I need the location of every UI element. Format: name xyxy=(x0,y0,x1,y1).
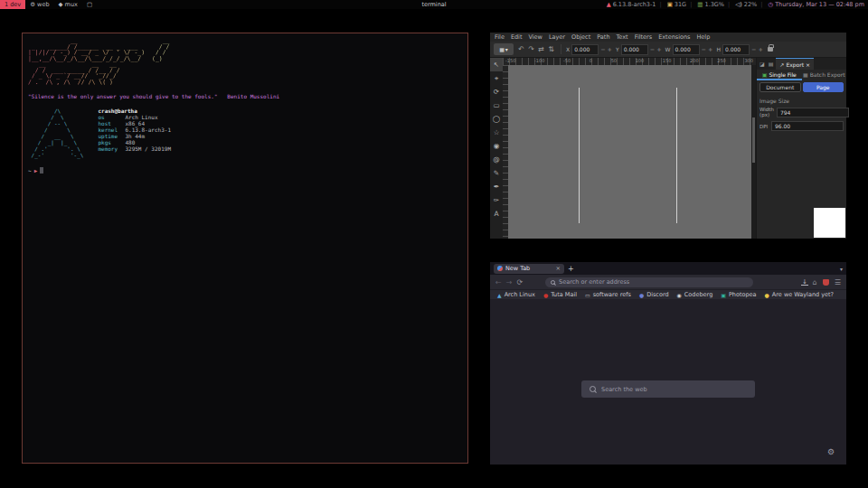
toolbox-tool[interactable]: ✑ xyxy=(490,193,503,207)
status-segment: ▣ 31G xyxy=(656,1,686,8)
gear-icon[interactable]: ⚙ xyxy=(827,447,835,456)
inkscape-toolbox: ↖⌖⟳▭◯☆◉@✎✒✑A xyxy=(490,58,503,239)
bookmark-item[interactable]: ◉ Codeberg xyxy=(677,291,713,298)
coordinate-label: H xyxy=(716,46,721,52)
toolbox-tool[interactable]: ✎ xyxy=(490,166,503,180)
selector-mode-dropdown[interactable]: ▦ ▾ xyxy=(494,43,514,55)
menu-item[interactable]: Help xyxy=(696,33,710,41)
decrement-button[interactable]: − xyxy=(751,46,756,53)
export-subtab[interactable]: ▣ Single File xyxy=(757,70,802,80)
toolbox-tool[interactable]: ✒ xyxy=(490,180,503,193)
fetch-row: os Arch Linux xyxy=(98,114,171,120)
menu-item[interactable]: File xyxy=(495,33,505,41)
export-mode-buttons: DocumentPage xyxy=(757,80,846,94)
export-dock-tab[interactable]: ↗ Export × xyxy=(776,58,814,70)
toolbox-tool[interactable]: ☆ xyxy=(490,126,503,139)
dpi-input[interactable] xyxy=(771,121,844,131)
ublock-extension-icon[interactable] xyxy=(823,279,829,286)
toolbox-tool[interactable]: ◯ xyxy=(490,112,503,126)
reload-icon[interactable]: ⟳ xyxy=(516,278,523,286)
menu-item[interactable]: View xyxy=(528,33,542,41)
increment-button[interactable]: + xyxy=(758,46,762,53)
dock-tab-icon[interactable]: ◪ xyxy=(760,61,765,67)
home-icon[interactable]: ⌂ xyxy=(813,278,817,286)
terminal-window[interactable]: __ __ _ _____/ /______ __ _ ___ / / | |/… xyxy=(22,33,468,464)
fetch-label: os xyxy=(98,114,125,120)
bookmark-item[interactable]: ● Discord xyxy=(639,291,669,298)
export-tab-title: Export xyxy=(786,61,804,68)
transform-icon[interactable]: ↷ xyxy=(526,45,536,53)
tab-favicon xyxy=(497,266,503,271)
increment-button[interactable]: + xyxy=(608,46,612,53)
decrement-button[interactable]: − xyxy=(650,46,655,53)
export-mode-button[interactable]: Document xyxy=(760,82,801,92)
menu-item[interactable]: Path xyxy=(597,33,609,41)
menu-item[interactable]: Layer xyxy=(549,33,565,41)
dock-tab-strip: ◪▤ ↗ Export × xyxy=(757,58,846,70)
back-icon[interactable]: ← xyxy=(495,278,502,286)
scrollbar-thumb[interactable] xyxy=(752,117,755,163)
coordinate-input[interactable]: 0.000 xyxy=(673,44,700,55)
transform-icon[interactable]: ⇅ xyxy=(546,45,556,53)
workspace-tag[interactable]: 1 dev xyxy=(0,0,25,9)
menu-item[interactable]: Object xyxy=(571,33,590,41)
workspace-tag[interactable]: ⚙ web xyxy=(25,0,53,9)
menu-icon[interactable]: ☰ xyxy=(835,278,841,286)
web-search-input[interactable] xyxy=(601,386,747,393)
toolbox-tool[interactable]: ↖ xyxy=(490,58,503,71)
bookmark-label: Arch Linux xyxy=(505,291,535,298)
url-bar[interactable] xyxy=(545,277,753,287)
width-input[interactable] xyxy=(777,108,849,117)
workspace-tag[interactable]: ▢ xyxy=(82,0,97,9)
fetch-value: 480 xyxy=(125,139,135,145)
toolbox-tool[interactable]: ◉ xyxy=(490,139,503,153)
toolbox-tool[interactable]: A xyxy=(490,207,503,221)
bookmark-item[interactable]: ▲ Arch Linux xyxy=(497,291,535,298)
transform-icon[interactable]: ⇄ xyxy=(536,45,546,53)
bookmarks-bar: ▲ Arch Linux ● Tuta Mail ▭ software refs… xyxy=(490,289,846,299)
inkscape-canvas[interactable] xyxy=(508,65,751,239)
close-icon[interactable]: × xyxy=(556,265,561,272)
export-mode-button[interactable]: Page xyxy=(803,82,844,92)
bookmark-item[interactable]: ● Tuta Mail xyxy=(543,291,577,298)
transform-icon[interactable]: ↶ xyxy=(516,45,526,53)
web-search-box[interactable] xyxy=(581,380,755,398)
shell-prompt[interactable]: ~ ▶ xyxy=(28,167,462,174)
page-border-line xyxy=(676,88,677,223)
dock-tab-icon[interactable]: ▤ xyxy=(769,61,774,67)
new-tab-button[interactable]: + xyxy=(568,265,574,273)
bookmark-item[interactable]: ▭ software refs xyxy=(585,291,631,298)
increment-button[interactable]: + xyxy=(708,46,712,53)
fetch-label: host xyxy=(98,120,125,127)
toolbox-tool[interactable]: ▭ xyxy=(490,99,503,112)
lock-ratio-icon[interactable] xyxy=(768,47,773,52)
menu-item[interactable]: Extensions xyxy=(658,33,690,41)
coordinate-input[interactable]: 0.000 xyxy=(722,44,750,55)
export-panel: ◪▤ ↗ Export × ▣ Single File ▦ Batch Expo… xyxy=(756,58,846,239)
decrement-button[interactable]: − xyxy=(702,46,706,53)
close-icon[interactable]: × xyxy=(806,61,810,68)
menu-item[interactable]: Filters xyxy=(635,33,652,41)
decrement-button[interactable]: − xyxy=(600,46,605,53)
search-icon xyxy=(551,280,555,285)
workspace-tag[interactable]: ◆ mux xyxy=(54,0,82,9)
bookmark-item[interactable]: ● Are we Wayland yet? xyxy=(765,291,834,298)
toolbox-tool[interactable]: ⌖ xyxy=(490,71,503,85)
chevron-down-icon[interactable]: ▾ xyxy=(840,266,843,272)
export-subtab[interactable]: ▦ Batch Export xyxy=(802,70,847,80)
downloads-icon[interactable]: ↓ xyxy=(802,278,807,286)
url-input[interactable] xyxy=(559,278,748,286)
toolbox-tool[interactable]: ⟳ xyxy=(490,85,503,99)
bookmark-item[interactable]: ▣ Photopea xyxy=(721,291,756,298)
toolbox-tool[interactable]: @ xyxy=(490,153,503,166)
browser-tab[interactable]: New Tab × xyxy=(494,264,564,274)
menu-item[interactable]: Text xyxy=(617,33,628,41)
ruler-label: 0 xyxy=(590,58,592,63)
ruler-label: 250 xyxy=(717,58,726,63)
bookmark-favicon: ▭ xyxy=(585,292,590,298)
coordinate-input[interactable]: 0.000 xyxy=(621,44,648,55)
forward-icon[interactable]: → xyxy=(506,278,513,286)
coordinate-input[interactable]: 0.000 xyxy=(571,44,599,55)
increment-button[interactable]: + xyxy=(656,46,661,53)
menu-item[interactable]: Edit xyxy=(511,33,523,41)
